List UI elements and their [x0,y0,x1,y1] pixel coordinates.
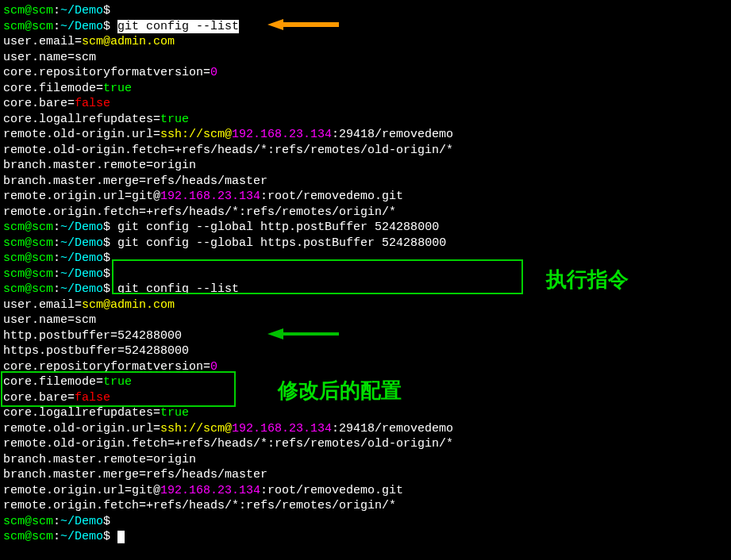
prompt-line: scm@scm:~/Demo$ [3,514,728,530]
config-line: remote.old-origin.url=ssh://scm@192.168.… [3,421,728,437]
prompt-line-cmd: scm@scm:~/Demo$ git config --global http… [3,236,728,251]
prompt-line-cmd: scm@scm:~/Demo$ git config --list [3,282,728,297]
config-line: user.email=scm@admin.com [3,297,728,313]
config-line: http.postbuffer=524288000 [3,328,728,344]
config-line: remote.origin.fetch=+refs/heads/*:refs/r… [3,205,728,221]
config-line: remote.origin.fetch=+refs/heads/*:refs/r… [3,498,728,514]
config-line: core.bare=false [3,96,728,112]
config-line: core.filemode=true [3,374,728,390]
config-line: remote.old-origin.fetch=+refs/heads/*:re… [3,436,728,452]
prompt-line-cmd: scm@scm:~/Demo$ git config --global http… [3,220,728,236]
terminal-output[interactable]: scm@scm:~/Demo$ scm@scm:~/Demo$ git conf… [3,3,728,545]
cursor-icon [117,531,125,543]
config-line: core.logallrefupdates=true [3,405,728,421]
prompt-line-cmd: scm@scm:~/Demo$ git config --list [3,19,728,35]
config-line: https.postbuffer=524288000 [3,343,728,359]
config-line: remote.origin.url=git@192.168.23.134:roo… [3,189,728,205]
config-line: branch.master.merge=refs/heads/master [3,174,728,190]
highlighted-command: git config --list [117,20,239,33]
config-line: user.name=scm [3,50,728,66]
config-line: core.bare=false [3,390,728,406]
config-line: remote.old-origin.url=ssh://scm@192.168.… [3,127,728,143]
config-line: user.name=scm [3,313,728,328]
config-line: branch.master.remote=origin [3,158,728,174]
config-line: branch.master.remote=origin [3,452,728,468]
prompt-line-cursor: scm@scm:~/Demo$ [3,529,728,545]
config-line: core.filemode=true [3,81,728,97]
config-line: core.logallrefupdates=true [3,112,728,128]
config-line: user.email=scm@admin.com [3,34,728,50]
config-line: core.repositoryformatversion=0 [3,359,728,375]
prompt-line: scm@scm:~/Demo$ [3,267,728,282]
config-line: remote.origin.url=git@192.168.23.134:roo… [3,483,728,499]
prompt-line: scm@scm:~/Demo$ [3,3,728,19]
prompt-line: scm@scm:~/Demo$ [3,251,728,267]
config-line: core.repositoryformatversion=0 [3,65,728,81]
config-line: remote.old-origin.fetch=+refs/heads/*:re… [3,143,728,159]
config-line: branch.master.merge=refs/heads/master [3,467,728,483]
